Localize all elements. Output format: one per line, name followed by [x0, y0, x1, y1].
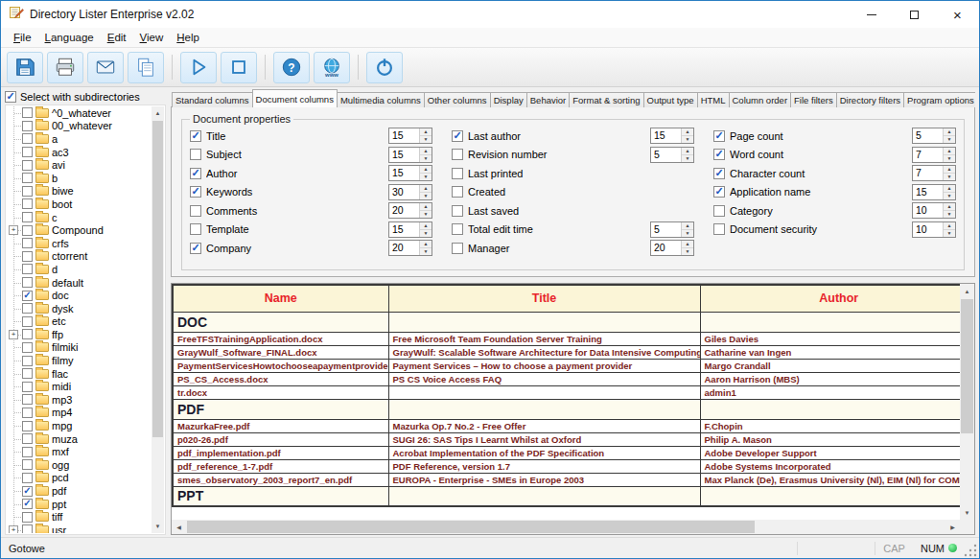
expand-plus-icon[interactable]: + — [9, 330, 18, 339]
tree-checkbox[interactable] — [22, 147, 33, 157]
spinner-down-icon[interactable]: ▼ — [420, 155, 432, 162]
tab-other-columns[interactable]: Other columns — [424, 92, 491, 107]
expand-plus-icon[interactable]: + — [9, 225, 18, 235]
preview-vertical-scrollbar[interactable]: ▲ ▼ — [960, 284, 974, 520]
property-checkbox[interactable] — [713, 149, 725, 160]
scroll-down-icon[interactable]: ▼ — [960, 505, 974, 520]
tree-item-filmy[interactable]: filmy — [7, 354, 152, 367]
menu-item-edit[interactable]: Edit — [101, 30, 133, 45]
tree-item-filmiki[interactable]: filmiki — [7, 341, 152, 355]
tree-checkbox[interactable] — [22, 303, 33, 314]
width-spinner[interactable]: 20▲▼ — [650, 240, 694, 256]
spinner-up-icon[interactable]: ▲ — [420, 148, 432, 155]
tree-checkbox[interactable] — [22, 133, 33, 144]
menu-item-help[interactable]: Help — [170, 30, 206, 45]
property-checkbox[interactable] — [713, 205, 725, 217]
property-checkbox[interactable] — [452, 205, 463, 217]
spinner-down-icon[interactable]: ▼ — [682, 230, 693, 237]
spinner-up-icon[interactable]: ▲ — [420, 185, 432, 193]
tree-checkbox[interactable] — [22, 459, 33, 470]
tree-item-c[interactable]: c — [7, 211, 152, 224]
tree-item-default[interactable]: default — [7, 276, 152, 290]
width-spinner[interactable]: 10▲▼ — [912, 221, 956, 238]
run-button[interactable] — [180, 52, 217, 83]
maximize-button[interactable] — [893, 1, 936, 28]
tree-item-doc[interactable]: doc — [7, 289, 152, 302]
property-checkbox[interactable] — [452, 130, 463, 142]
tab-multimedia-columns[interactable]: Multimedia columns — [337, 92, 425, 107]
spinner-down-icon[interactable]: ▼ — [420, 136, 432, 143]
property-checkbox[interactable] — [713, 223, 725, 235]
preview-row[interactable]: PaymentServicesHowtochooseapaymentprovid… — [173, 359, 960, 372]
spinner-down-icon[interactable]: ▼ — [944, 230, 955, 237]
spinner-down-icon[interactable]: ▼ — [944, 174, 955, 180]
tree-item-pcd[interactable]: pcd — [7, 472, 152, 485]
width-spinner[interactable]: 20▲▼ — [388, 240, 432, 256]
spinner-down-icon[interactable]: ▼ — [682, 155, 693, 162]
preview-row[interactable]: PS_CS_Access.docxPS CS Voice Access FAQA… — [173, 372, 960, 385]
email-button[interactable] — [87, 52, 124, 83]
spinner-down-icon[interactable]: ▼ — [420, 230, 432, 237]
tree-checkbox[interactable] — [22, 277, 33, 288]
property-checkbox[interactable] — [190, 168, 201, 179]
width-spinner[interactable]: 7▲▼ — [912, 147, 956, 163]
tree-checkbox[interactable] — [22, 238, 33, 248]
property-checkbox[interactable] — [713, 130, 725, 142]
tree-item-tiff[interactable]: tiff — [7, 510, 152, 524]
property-checkbox[interactable] — [190, 223, 201, 235]
tree-checkbox[interactable] — [22, 212, 33, 222]
width-spinner[interactable]: 7▲▼ — [912, 165, 956, 181]
tree-item-ppt[interactable]: ppt — [7, 498, 152, 511]
tree-checkbox[interactable] — [22, 121, 33, 131]
spinner-down-icon[interactable]: ▼ — [944, 211, 955, 218]
spinner-up-icon[interactable]: ▲ — [944, 166, 955, 174]
tree-item-mp4[interactable]: mp4 — [7, 407, 152, 420]
scroll-right-icon[interactable]: ▶ — [945, 520, 960, 534]
spinner-down-icon[interactable]: ▼ — [420, 248, 432, 255]
tree-checkbox[interactable] — [22, 173, 33, 183]
spinner-up-icon[interactable]: ▲ — [944, 222, 955, 230]
stop-button[interactable] — [221, 52, 257, 83]
property-checkbox[interactable] — [713, 168, 725, 179]
tree-item-midi[interactable]: midi — [7, 380, 152, 393]
tree-scrollbar-thumb[interactable] — [152, 121, 163, 437]
tab-output-type[interactable]: Output type — [643, 92, 698, 107]
width-spinner[interactable]: 15▲▼ — [388, 128, 432, 144]
menu-item-language[interactable]: Language — [38, 30, 101, 45]
scroll-up-icon[interactable]: ▲ — [960, 284, 974, 298]
spinner-up-icon[interactable]: ▲ — [420, 222, 432, 230]
spinner-up-icon[interactable]: ▲ — [420, 203, 432, 211]
tree-checkbox[interactable] — [22, 160, 33, 171]
tree-checkbox[interactable] — [22, 421, 33, 431]
tree-item-a[interactable]: a — [7, 132, 152, 146]
spinner-up-icon[interactable]: ▲ — [944, 148, 955, 155]
spinner-up-icon[interactable]: ▲ — [420, 128, 432, 136]
tree-checkbox[interactable] — [22, 342, 33, 353]
tree-checkbox[interactable] — [22, 316, 33, 327]
spinner-up-icon[interactable]: ▲ — [944, 128, 955, 136]
exit-button[interactable] — [366, 52, 403, 83]
copy-button[interactable] — [128, 52, 164, 83]
close-button[interactable]: × — [936, 1, 979, 28]
preview-row[interactable]: pdf_reference_1-7.pdfPDF Reference, vers… — [173, 459, 960, 473]
width-spinner[interactable]: 15▲▼ — [650, 128, 694, 144]
spinner-down-icon[interactable]: ▼ — [944, 155, 955, 162]
tree-item-mpg[interactable]: mpg — [7, 419, 152, 432]
spinner-up-icon[interactable]: ▲ — [420, 166, 432, 174]
tree-item-d[interactable]: d — [7, 263, 152, 276]
property-checkbox[interactable] — [190, 186, 201, 198]
width-spinner[interactable]: 15▲▼ — [388, 221, 432, 238]
print-button[interactable] — [47, 52, 83, 83]
property-checkbox[interactable] — [190, 243, 201, 254]
tree-item-ogg[interactable]: ogg — [7, 458, 152, 472]
tree-checkbox[interactable] — [22, 408, 33, 418]
property-checkbox[interactable] — [190, 130, 201, 142]
subdirectories-checkbox[interactable] — [5, 91, 16, 103]
preview-row[interactable]: MazurkaFree.pdfMazurka Op.7 No.2 - Free … — [173, 419, 960, 432]
spinner-down-icon[interactable]: ▼ — [944, 136, 955, 143]
tree-checkbox[interactable] — [22, 499, 33, 509]
preview-row[interactable]: pdf_implementation.pdfAcrobat Implementa… — [173, 446, 960, 459]
www-button[interactable]: www — [314, 52, 350, 83]
tree-checkbox[interactable] — [22, 394, 33, 405]
select-with-subdirectories[interactable]: Select with subdirectories — [5, 89, 166, 105]
